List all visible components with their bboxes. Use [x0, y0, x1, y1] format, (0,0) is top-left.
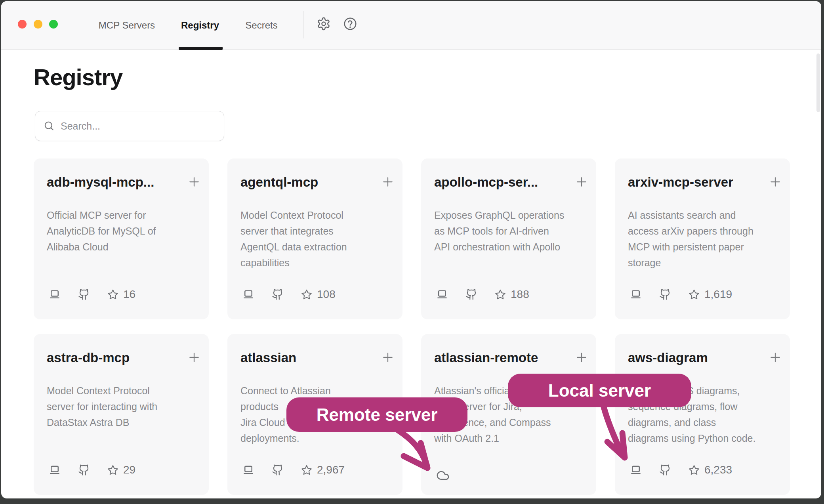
card-footer: 6,233	[630, 464, 732, 476]
card-title: astra-db-mcp	[47, 350, 130, 365]
star-count-value: 6,233	[704, 464, 732, 476]
card-description: Official MCP server for AnalyticDB for M…	[47, 207, 197, 255]
laptop-icon	[242, 288, 254, 300]
traffic-light-close[interactable]	[18, 20, 27, 29]
card-description-line: Official MCP server for	[47, 207, 197, 223]
star-count: 2,967	[301, 464, 345, 476]
add-server-button[interactable]	[769, 175, 782, 189]
card-description-line: Alibaba Cloud	[47, 239, 197, 255]
card-description-line: server that integrates	[240, 223, 391, 239]
registry-card-grid: adb-mysql-mcp... Official MCP server for…	[34, 158, 790, 495]
server-card-aws-diagram: aws-diagram Generate AWS diagrams, seque…	[615, 334, 790, 495]
star-count: 16	[107, 288, 135, 301]
star-icon	[107, 464, 118, 475]
card-footer: 2,967	[242, 464, 345, 476]
card-description-line: DataStax Astra DB	[47, 414, 197, 430]
server-card-astra-db-mcp: astra-db-mcp Model Context Protocol serv…	[34, 334, 209, 495]
card-description-line: AnalyticDB for MySQL of	[47, 223, 197, 239]
card-description-line: with OAuth 2.1	[434, 430, 585, 446]
card-description-line: Model Context Protocol	[240, 207, 391, 223]
card-footer: 108	[242, 288, 336, 300]
card-footer: 1,619	[630, 288, 732, 300]
github-icon	[78, 464, 90, 476]
server-card-agentql-mcp: agentql-mcp Model Context Protocol serve…	[227, 158, 402, 319]
add-server-button[interactable]	[187, 175, 201, 189]
star-count-value: 108	[317, 288, 336, 301]
card-description-line: capabilities	[240, 255, 391, 271]
active-tab-indicator	[179, 47, 223, 50]
laptop-icon	[630, 464, 642, 476]
card-description-line: storage	[628, 255, 778, 271]
tab-registry[interactable]: Registry	[181, 1, 219, 49]
card-description: AI assistants search and access arXiv pa…	[628, 207, 778, 271]
card-description-line: AI assistants search and	[628, 207, 778, 223]
search-input[interactable]	[35, 111, 224, 141]
tab-mcp-servers[interactable]: MCP Servers	[99, 1, 155, 49]
card-title: aws-diagram	[628, 350, 708, 365]
card-title: atlassian	[240, 350, 296, 365]
star-icon	[301, 289, 312, 300]
card-description-line: Connect to Atlassian	[240, 383, 391, 399]
add-server-button[interactable]	[381, 175, 395, 189]
github-icon	[659, 288, 671, 300]
star-count-value: 2,967	[317, 464, 345, 476]
page-title: Registry	[34, 64, 122, 90]
server-card-arxiv-mcp-server: arxiv-mcp-server AI assistants search an…	[615, 158, 790, 319]
github-icon	[272, 464, 284, 476]
star-count: 108	[301, 288, 336, 301]
card-footer	[436, 469, 450, 482]
traffic-light-zoom[interactable]	[49, 20, 58, 29]
star-icon	[495, 289, 506, 300]
card-description: Exposes GraphQL operations as MCP tools …	[434, 207, 585, 255]
laptop-icon	[630, 288, 642, 300]
card-description-line: access arXiv papers through	[628, 223, 778, 239]
cloud-icon	[436, 469, 450, 482]
card-description-line: Exposes GraphQL operations	[434, 207, 585, 223]
laptop-icon	[49, 288, 61, 300]
star-icon	[107, 289, 118, 300]
add-server-button[interactable]	[575, 175, 588, 189]
star-count: 6,233	[689, 464, 732, 476]
laptop-icon	[242, 464, 254, 476]
card-description-line: diagrams, and class	[628, 414, 778, 430]
laptop-icon	[436, 288, 448, 300]
card-description-line: AgentQL data extraction	[240, 239, 391, 255]
traffic-light-minimize[interactable]	[34, 20, 42, 29]
star-count: 1,619	[689, 288, 732, 301]
github-icon	[78, 288, 90, 300]
laptop-icon	[49, 464, 61, 476]
card-title: agentql-mcp	[240, 175, 318, 190]
card-description: Model Context Protocol server that integ…	[240, 207, 391, 271]
add-server-button[interactable]	[187, 351, 201, 364]
star-count: 188	[495, 288, 529, 301]
add-server-button[interactable]	[381, 351, 395, 364]
local-server-callout: Local server	[508, 374, 691, 407]
card-title: apollo-mcp-ser...	[434, 175, 538, 190]
tab-secrets[interactable]: Secrets	[245, 1, 277, 49]
card-description-line: API orchestration with Apollo	[434, 239, 585, 255]
card-title: adb-mysql-mcp...	[47, 175, 154, 190]
card-description: Model Context Protocol server for intera…	[47, 383, 197, 430]
add-server-button[interactable]	[575, 351, 588, 364]
card-footer: 16	[49, 288, 135, 300]
card-description-line: diagrams using Python code.	[628, 430, 778, 446]
help-icon[interactable]	[343, 17, 357, 31]
card-title: arxiv-mcp-server	[628, 175, 733, 190]
star-icon	[689, 289, 700, 300]
github-icon	[465, 288, 477, 300]
star-count-value: 16	[123, 288, 135, 301]
card-footer: 29	[49, 464, 135, 476]
card-footer: 188	[436, 288, 529, 300]
star-count: 29	[107, 464, 135, 476]
app-window: MCP Servers Registry Secrets Registry	[1, 1, 821, 498]
header-divider	[303, 11, 304, 38]
vertical-scrollbar[interactable]	[816, 53, 820, 112]
star-count-value: 29	[123, 464, 135, 476]
card-description-line: server for interacting with	[47, 399, 197, 414]
add-server-button[interactable]	[769, 351, 782, 364]
star-count-value: 188	[511, 288, 529, 301]
settings-gear-icon[interactable]	[317, 17, 331, 31]
remote-server-callout: Remote server	[286, 397, 467, 432]
server-card-apollo-mcp-server: apollo-mcp-ser... Exposes GraphQL operat…	[421, 158, 596, 319]
server-card-adb-mysql-mcp: adb-mysql-mcp... Official MCP server for…	[34, 158, 209, 319]
